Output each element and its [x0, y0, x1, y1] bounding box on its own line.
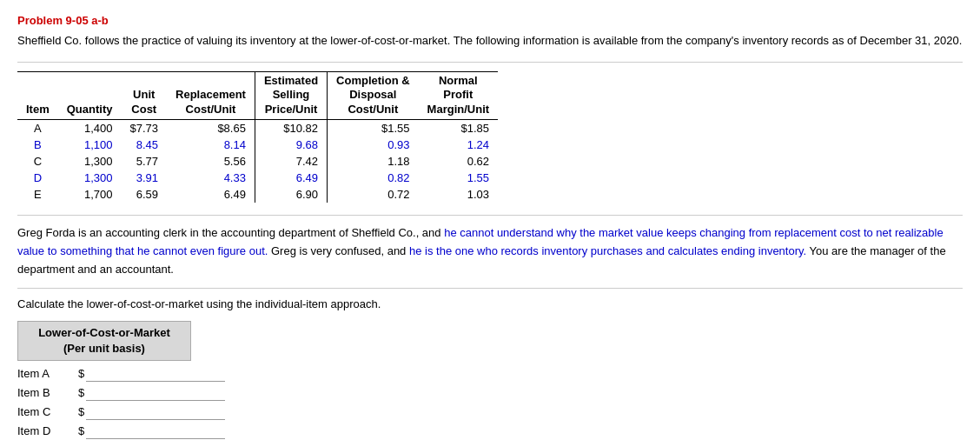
lcm-row: Item C$	[17, 404, 963, 420]
lcm-item-label: Item A	[17, 367, 78, 380]
divider-1	[17, 62, 963, 63]
lcm-dollar-sign: $	[78, 386, 84, 399]
cell-item: C	[17, 153, 58, 170]
lcm-dollar-sign: $	[78, 424, 84, 437]
cell-quantity: 1,100	[58, 137, 122, 153]
cell-estimated: 7.42	[255, 153, 327, 170]
cell-completion: 0.72	[328, 186, 419, 203]
cell-item: E	[17, 186, 58, 203]
cell-estimated: 6.90	[255, 186, 327, 203]
lcm-value-input[interactable]	[86, 385, 225, 401]
lcm-row: Item B$	[17, 385, 963, 401]
cell-normal-profit: 0.62	[419, 153, 499, 170]
narrative-part2: Greg is very confused, and	[268, 244, 409, 257]
inventory-table: Item Quantity Unit Cost Replacement Cost…	[17, 71, 498, 203]
cell-item: A	[17, 120, 58, 137]
cell-unit-cost: 6.59	[121, 186, 167, 203]
problem-title: Problem 9-05 a-b	[17, 14, 963, 27]
cell-completion: 1.18	[328, 153, 419, 170]
cell-normal-profit: 1.24	[419, 137, 499, 153]
table-row: B1,1008.458.149.680.931.24	[17, 137, 498, 153]
lcm-header: Lower-of-Cost-or-Market (Per unit basis)	[17, 321, 191, 361]
cell-item: B	[17, 137, 58, 153]
header-estimated: Estimated Selling Price/Unit	[255, 71, 327, 120]
table-row: C1,3005.775.567.421.180.62	[17, 153, 498, 170]
cell-estimated: 9.68	[255, 137, 327, 153]
cell-unit-cost: 8.45	[121, 137, 167, 153]
cell-unit-cost: 5.77	[121, 153, 167, 170]
cell-completion: 0.82	[328, 170, 419, 186]
divider-2	[17, 215, 963, 216]
section-instruction: Calculate the lower-of-cost-or-market us…	[17, 297, 963, 310]
cell-replacement: 6.49	[167, 186, 255, 203]
header-quantity: Quantity	[58, 71, 122, 120]
cell-normal-profit: 1.55	[419, 170, 499, 186]
cell-item: D	[17, 170, 58, 186]
table-row: A1,400$7.73$8.65$10.82$1.55$1.85	[17, 120, 498, 137]
cell-quantity: 1,300	[58, 170, 122, 186]
lcm-dollar-sign: $	[78, 405, 84, 418]
cell-completion: 0.93	[328, 137, 419, 153]
narrative-part1: Greg Forda is an accounting clerk in the…	[17, 226, 444, 239]
cell-replacement: 5.56	[167, 153, 255, 170]
lcm-item-label: Item D	[17, 424, 78, 437]
lcm-value-input[interactable]	[86, 366, 225, 382]
cell-replacement: $8.65	[167, 120, 255, 137]
header-item: Item	[17, 71, 58, 120]
narrative-text: Greg Forda is an accounting clerk in the…	[17, 224, 963, 278]
cell-estimated: 6.49	[255, 170, 327, 186]
header-unit-cost: Unit Cost	[121, 71, 167, 120]
narrative-blue2: he is the one who records inventory purc…	[409, 244, 806, 257]
cell-unit-cost: $7.73	[121, 120, 167, 137]
lcm-value-input[interactable]	[86, 404, 225, 420]
cell-completion: $1.55	[328, 120, 419, 137]
cell-quantity: 1,400	[58, 120, 122, 137]
header-normal-profit: Normal Profit Margin/Unit	[419, 71, 499, 120]
cell-estimated: $10.82	[255, 120, 327, 137]
cell-replacement: 8.14	[167, 137, 255, 153]
lcm-value-input[interactable]	[86, 423, 225, 439]
cell-unit-cost: 3.91	[121, 170, 167, 186]
lcm-item-label: Item B	[17, 386, 78, 399]
lcm-row: Item A$	[17, 366, 963, 382]
lcm-items: Item A$Item B$Item C$Item D$Item E$	[17, 366, 963, 440]
divider-3	[17, 288, 963, 289]
intro-text: Sheffield Co. follows the practice of va…	[17, 32, 963, 50]
table-row: D1,3003.914.336.490.821.55	[17, 170, 498, 186]
lcm-dollar-sign: $	[78, 367, 84, 380]
cell-quantity: 1,700	[58, 186, 122, 203]
table-row: E1,7006.596.496.900.721.03	[17, 186, 498, 203]
cell-normal-profit: 1.03	[419, 186, 499, 203]
lcm-item-label: Item C	[17, 405, 78, 418]
lcm-row: Item D$	[17, 423, 963, 439]
lcm-section: Lower-of-Cost-or-Market (Per unit basis)…	[17, 321, 963, 440]
lcm-header-line2: (Per unit basis)	[36, 341, 173, 357]
header-completion: Completion & Disposal Cost/Unit	[328, 71, 419, 120]
cell-normal-profit: $1.85	[419, 120, 499, 137]
cell-replacement: 4.33	[167, 170, 255, 186]
lcm-header-line1: Lower-of-Cost-or-Market	[36, 325, 173, 341]
header-replacement: Replacement Cost/Unit	[167, 71, 255, 120]
cell-quantity: 1,300	[58, 153, 122, 170]
